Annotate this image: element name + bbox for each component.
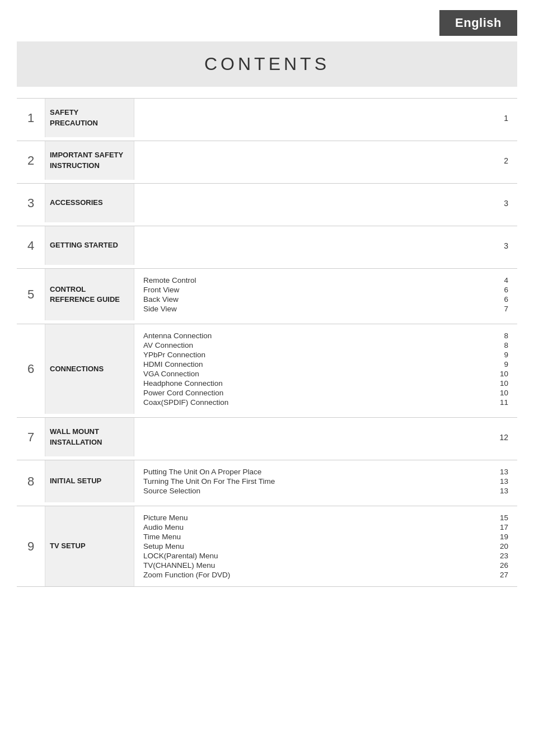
toc-number: 9 — [17, 506, 45, 586]
toc-subitem-page: 13 — [497, 487, 508, 495]
toc-subitem-page: 6 — [497, 295, 508, 304]
toc-subitem-text: Antenna Connection — [143, 332, 212, 340]
toc-subitem-text: Zoom Function (For DVD) — [143, 571, 230, 579]
toc-subitem-row: Source Selection13 — [143, 486, 508, 496]
toc-subitem-page: 4 — [497, 276, 508, 284]
toc-subitem-page: 13 — [497, 477, 508, 486]
toc-subitem-text: LOCK(Parental) Menu — [143, 552, 218, 560]
toc-number: 2 — [17, 141, 45, 180]
toc-number: 6 — [17, 324, 45, 414]
toc-subitem-text: YPbPr Connection — [143, 351, 205, 359]
toc-subitem-row: Audio Menu17 — [143, 522, 508, 532]
toc-page: 3 — [134, 184, 517, 222]
toc-subitem-page: 11 — [497, 398, 508, 407]
toc-page: 2 — [134, 141, 517, 180]
toc-label: TV SETUP — [45, 506, 134, 586]
contents-title: CONTENTS — [17, 54, 517, 74]
toc-container: 1SAFETY PRECAUTION12IMPORTANT SAFETY INS… — [17, 98, 517, 587]
toc-label: ACCESSORIES — [45, 184, 134, 222]
toc-row: 9TV SETUPPicture Menu15Audio Menu17Time … — [17, 506, 517, 587]
toc-subitem-row: Zoom Function (For DVD)27 — [143, 570, 508, 580]
toc-label: SAFETY PRECAUTION — [45, 99, 134, 137]
toc-label: CONTROL REFERENCE GUIDE — [45, 269, 134, 320]
toc-subitem-row: YPbPr Connection9 — [143, 350, 508, 360]
toc-subitem-text: Front View — [143, 286, 179, 294]
toc-subitem-text: AV Connection — [143, 341, 193, 349]
toc-subitems: Putting The Unit On A Proper Place13Turn… — [134, 460, 517, 502]
toc-number: 4 — [17, 226, 45, 265]
toc-row: 7WALL MOUNT INSTALLATION12 — [17, 417, 517, 456]
toc-subitem-page: 17 — [497, 523, 508, 531]
toc-subitem-text: Power Cord Connection — [143, 389, 223, 397]
toc-page: 12 — [134, 418, 517, 456]
toc-number: 8 — [17, 460, 45, 502]
toc-subitem-page: 7 — [497, 305, 508, 313]
toc-subitem-page: 13 — [497, 468, 508, 476]
toc-subitem-page: 27 — [497, 571, 508, 579]
toc-row: 4GETTING STARTED3 — [17, 226, 517, 265]
toc-row: 2IMPORTANT SAFETY INSTRUCTION2 — [17, 141, 517, 180]
toc-subitem-page: 20 — [497, 542, 508, 550]
toc-subitem-row: Remote Control4 — [143, 276, 508, 285]
toc-subitem-row: Picture Menu15 — [143, 513, 508, 522]
toc-subitem-row: Putting The Unit On A Proper Place13 — [143, 467, 508, 477]
toc-subitem-row: VGA Connection10 — [143, 369, 508, 379]
toc-subitem-row: LOCK(Parental) Menu23 — [143, 551, 508, 561]
toc-subitems: Antenna Connection8AV Connection8YPbPr C… — [134, 324, 517, 414]
toc-label: IMPORTANT SAFETY INSTRUCTION — [45, 141, 134, 180]
toc-subitem-page: 23 — [497, 552, 508, 560]
toc-subitem-row: Side View7 — [143, 304, 508, 314]
toc-subitem-text: Setup Menu — [143, 542, 184, 550]
toc-subitem-text: Coax(SPDIF) Connection — [143, 398, 228, 407]
toc-subitem-page: 9 — [497, 351, 508, 359]
toc-subitem-text: Side View — [143, 305, 177, 313]
toc-subitem-page: 9 — [497, 360, 508, 368]
toc-subitem-page: 10 — [497, 379, 508, 388]
toc-subitem-row: Coax(SPDIF) Connection11 — [143, 398, 508, 407]
language-badge-container: English — [0, 0, 534, 41]
toc-label: INITIAL SETUP — [45, 460, 134, 502]
toc-subitem-row: Turning The Unit On For The First Time13 — [143, 477, 508, 486]
toc-subitem-row: TV(CHANNEL) Menu26 — [143, 561, 508, 570]
toc-subitem-page: 15 — [497, 514, 508, 522]
toc-number: 1 — [17, 99, 45, 137]
contents-header: CONTENTS — [17, 41, 517, 87]
toc-subitem-text: Remote Control — [143, 276, 196, 284]
toc-number: 3 — [17, 184, 45, 222]
toc-subitem-page: 10 — [497, 370, 508, 378]
toc-subitem-row: HDMI Connection9 — [143, 360, 508, 369]
toc-subitem-row: Front View6 — [143, 285, 508, 295]
toc-subitem-page: 6 — [497, 286, 508, 294]
toc-label: WALL MOUNT INSTALLATION — [45, 418, 134, 456]
toc-subitem-text: Time Menu — [143, 533, 181, 541]
toc-subitem-page: 10 — [497, 389, 508, 397]
toc-subitem-row: Time Menu19 — [143, 532, 508, 542]
toc-page: 3 — [134, 226, 517, 265]
toc-number: 5 — [17, 269, 45, 320]
toc-subitem-row: AV Connection8 — [143, 340, 508, 350]
toc-subitem-page: 19 — [497, 533, 508, 541]
toc-subitem-page: 8 — [497, 341, 508, 349]
language-badge: English — [439, 10, 517, 36]
toc-label: GETTING STARTED — [45, 226, 134, 265]
toc-subitem-row: Headphone Connection10 — [143, 379, 508, 388]
toc-subitem-text: Putting The Unit On A Proper Place — [143, 468, 261, 476]
toc-row: 3ACCESSORIES3 — [17, 183, 517, 222]
toc-row: 6CONNECTIONSAntenna Connection8AV Connec… — [17, 324, 517, 414]
toc-subitem-row: Antenna Connection8 — [143, 331, 508, 340]
toc-subitem-page: 26 — [497, 561, 508, 570]
toc-subitem-text: Picture Menu — [143, 514, 188, 522]
toc-label: CONNECTIONS — [45, 324, 134, 414]
toc-subitem-page: 8 — [497, 332, 508, 340]
toc-subitem-text: Source Selection — [143, 487, 200, 495]
toc-subitem-text: Back View — [143, 295, 179, 304]
toc-subitem-row: Power Cord Connection10 — [143, 388, 508, 398]
toc-subitem-text: TV(CHANNEL) Menu — [143, 561, 215, 570]
toc-row: 5CONTROL REFERENCE GUIDERemote Control4F… — [17, 268, 517, 320]
toc-subitems: Remote Control4Front View6Back View6Side… — [134, 269, 517, 320]
toc-subitem-text: HDMI Connection — [143, 360, 203, 368]
toc-row: 1SAFETY PRECAUTION1 — [17, 98, 517, 137]
toc-subitem-text: VGA Connection — [143, 370, 199, 378]
language-label: English — [455, 16, 502, 30]
toc-subitem-text: Turning The Unit On For The First Time — [143, 477, 275, 486]
